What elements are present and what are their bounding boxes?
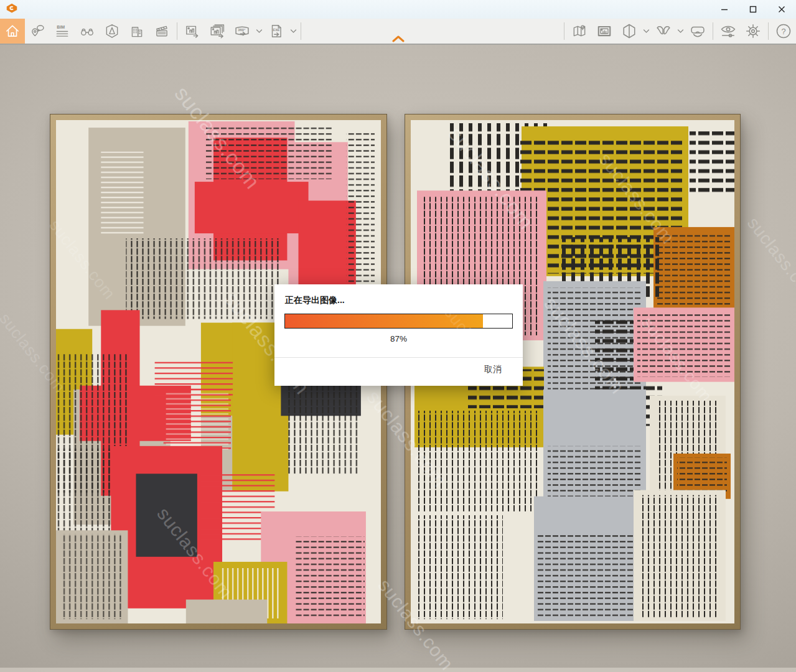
toolbar-separator xyxy=(768,22,769,40)
svg-text:360°: 360° xyxy=(238,28,246,32)
help-button[interactable]: ? xyxy=(771,19,796,44)
svg-text:BIM: BIM xyxy=(57,25,65,29)
feedback-button[interactable] xyxy=(25,19,50,44)
framed-image-icon xyxy=(596,23,612,39)
progress-bar xyxy=(284,314,513,329)
window-controls xyxy=(710,0,796,19)
title-bar xyxy=(0,0,796,19)
watermark: suclass.com xyxy=(743,213,796,307)
buildings-icon xyxy=(129,23,145,39)
close-icon xyxy=(778,6,785,13)
view-management-button[interactable] xyxy=(75,19,100,44)
close-button[interactable] xyxy=(767,0,796,19)
map-pin-chat-icon xyxy=(29,23,45,39)
export-image-icon xyxy=(184,23,200,39)
projection-icon xyxy=(620,22,638,40)
projection-dropdown[interactable] xyxy=(642,19,651,44)
export-exe-button[interactable]: EXE xyxy=(264,19,289,44)
export-progress-dialog: 正在导出图像... 87% 取消 xyxy=(274,284,523,386)
svg-text:EXE: EXE xyxy=(273,28,280,32)
export-batch-icon xyxy=(209,23,225,39)
vr-headset-icon xyxy=(689,22,706,40)
toolbar-separator xyxy=(301,22,301,40)
clapperboard-icon xyxy=(154,23,170,39)
dialog-title: 正在导出图像... xyxy=(285,295,345,306)
toolbar-collapse-chevron[interactable] xyxy=(390,35,407,44)
progress-fill xyxy=(285,314,483,328)
baseboard xyxy=(0,668,796,672)
chevron-down-icon xyxy=(677,29,684,34)
help-icon: ? xyxy=(775,22,792,40)
maximize-icon xyxy=(749,6,757,13)
eye-slider-icon xyxy=(719,22,737,40)
binoculars-icon xyxy=(79,23,95,39)
bim-info-icon: BIM xyxy=(54,23,70,39)
minimap-button[interactable] xyxy=(567,19,592,44)
fly-mode-button[interactable] xyxy=(651,19,676,44)
chevron-down-icon xyxy=(643,29,650,34)
export-pano-button[interactable]: 360° xyxy=(230,19,255,44)
svg-text:?: ? xyxy=(781,27,785,36)
main-toolbar: BIM xyxy=(0,19,796,45)
vr-button[interactable] xyxy=(685,19,710,44)
toolbar-separator xyxy=(564,22,564,40)
safe-frame-button[interactable] xyxy=(592,19,617,44)
export-pano-dropdown[interactable] xyxy=(255,19,264,44)
visual-settings-button[interactable] xyxy=(716,19,741,44)
wings-icon xyxy=(655,22,672,40)
asset-placement-button[interactable] xyxy=(100,19,124,44)
render-viewport[interactable]: suclass.com suclass.com suclass.com sucl… xyxy=(0,45,796,672)
projection-button[interactable] xyxy=(617,19,642,44)
home-icon xyxy=(4,23,21,39)
export-exe-dropdown[interactable] xyxy=(289,19,298,44)
minimize-button[interactable] xyxy=(710,0,739,19)
chevron-down-icon xyxy=(290,29,297,34)
bim-info-button[interactable]: BIM xyxy=(50,19,75,44)
export-pano-icon: 360° xyxy=(233,22,251,40)
export-batch-button[interactable] xyxy=(205,19,230,44)
export-image-button[interactable] xyxy=(180,19,205,44)
settings-button[interactable] xyxy=(741,19,766,44)
chevron-up-icon xyxy=(391,35,406,42)
fly-mode-dropdown[interactable] xyxy=(676,19,685,44)
video-editor-button[interactable] xyxy=(149,19,174,44)
enscape-logo-icon xyxy=(5,2,19,16)
cancel-button[interactable]: 取消 xyxy=(480,363,505,376)
maximize-button[interactable] xyxy=(739,0,767,19)
toolbar-separator xyxy=(713,22,713,40)
minimize-icon xyxy=(721,6,728,13)
box-tree-icon xyxy=(104,23,120,39)
map-pin-icon xyxy=(571,23,588,39)
gear-icon xyxy=(744,22,762,40)
asset-library-button[interactable] xyxy=(124,19,149,44)
progress-percent: 87% xyxy=(274,334,523,343)
dialog-divider xyxy=(274,357,523,358)
export-exe-icon: EXE xyxy=(268,23,284,39)
chevron-down-icon xyxy=(256,29,263,34)
home-button[interactable] xyxy=(0,19,25,44)
toolbar-separator xyxy=(177,22,177,40)
